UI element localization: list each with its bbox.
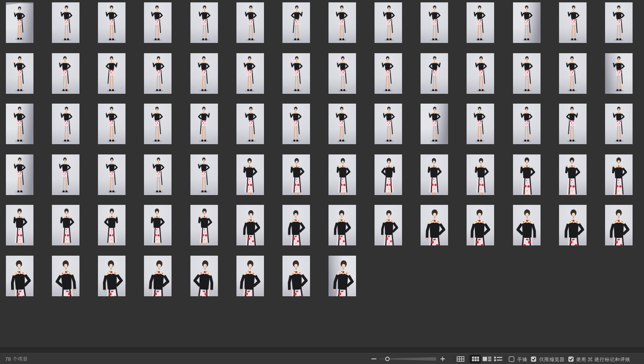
svg-text:78: 78 xyxy=(5,356,11,362)
